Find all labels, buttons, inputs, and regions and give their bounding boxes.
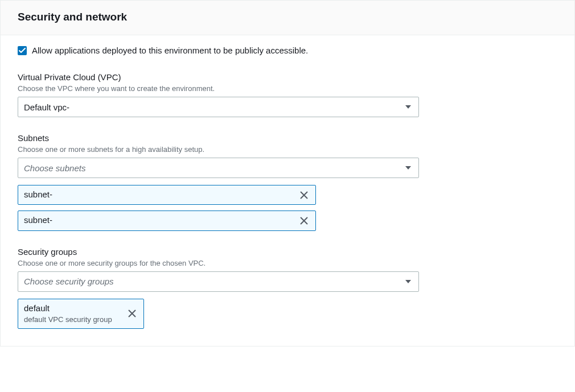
subnet-token: subnet- [18,185,316,205]
security-groups-label: Security groups [18,247,557,257]
panel-header: Security and network [1,1,574,35]
public-access-label[interactable]: Allow applications deployed to this envi… [32,46,308,55]
remove-subnet-button[interactable] [293,211,315,230]
security-group-token-label: default [24,303,115,314]
close-icon [128,309,137,318]
remove-subnet-button[interactable] [293,185,315,204]
subnets-field: Subnets Choose one or more subnets for a… [18,133,557,231]
subnets-label: Subnets [18,133,557,143]
subnet-token-body: subnet- [18,211,293,230]
subnet-token-label: subnet- [24,214,287,226]
vpc-select[interactable]: Default vpc- [18,97,419,117]
vpc-label: Virtual Private Cloud (VPC) [18,72,557,82]
vpc-hint: Choose the VPC where you want to create … [18,84,557,93]
check-icon [19,48,26,53]
security-group-token: default default VPC security group [18,299,144,329]
security-groups-hint: Choose one or more security groups for t… [18,259,557,267]
security-group-token-sub: default VPC security group [24,315,115,325]
subnets-hint: Choose one or more subnets for a high av… [18,145,557,154]
subnet-token: subnet- [18,211,316,230]
security-group-token-body: default default VPC security group [18,299,121,329]
security-groups-tokens: default default VPC security group [18,299,557,329]
subnet-token-body: subnet- [18,185,293,204]
chevron-down-icon [405,280,411,283]
panel-title: Security and network [18,11,563,23]
vpc-select-value: Default vpc- [24,102,69,112]
subnets-select[interactable]: Choose subnets [18,158,419,178]
panel-body: Allow applications deployed to this envi… [1,35,574,346]
vpc-field: Virtual Private Cloud (VPC) Choose the V… [18,72,557,117]
chevron-down-icon [405,105,411,109]
subnet-token-label: subnet- [24,189,287,200]
subnets-placeholder: Choose subnets [24,163,85,173]
security-groups-placeholder: Choose security groups [24,277,114,286]
security-and-network-panel: Security and network Allow applications … [0,0,575,346]
chevron-down-icon [405,166,411,170]
security-groups-select[interactable]: Choose security groups [18,271,419,292]
close-icon [299,191,309,200]
public-access-checkbox[interactable] [18,46,27,55]
subnets-tokens: subnet- subnet- [18,185,557,231]
public-access-row: Allow applications deployed to this envi… [18,46,557,55]
remove-security-group-button[interactable] [121,299,143,329]
security-groups-field: Security groups Choose one or more secur… [18,247,557,329]
close-icon [299,216,309,225]
